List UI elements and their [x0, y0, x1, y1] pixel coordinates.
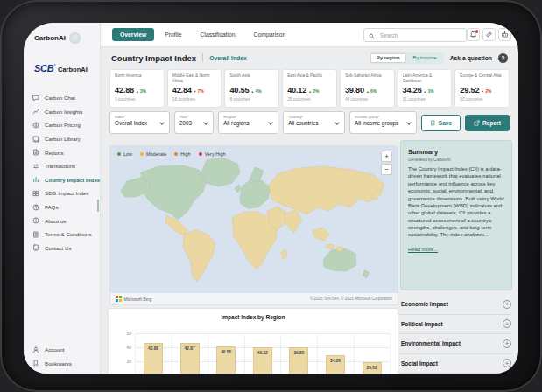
card-region-label: East Asia & Pacific — [287, 74, 332, 85]
main-area: OverviewProfileClassificationComparison … — [101, 23, 518, 374]
link-icon-button[interactable] — [482, 28, 496, 41]
transactions-icon — [32, 162, 40, 170]
bell-icon-button[interactable] — [467, 28, 480, 41]
chart-gridline-vertical — [280, 333, 281, 374]
search-icon — [369, 27, 375, 43]
insights-icon — [32, 108, 40, 116]
bookmarks-icon — [32, 360, 39, 367]
expand-plus-icon[interactable]: + — [503, 340, 511, 348]
chart-bar-value: 42.88 — [144, 346, 162, 351]
expand-plus-icon[interactable]: + — [503, 300, 511, 309]
chart-bar: 34.26 — [326, 355, 345, 374]
tablet-frame: CarbonAI SCB° CarbonAI Carbon ChatCarbon… — [0, 0, 542, 392]
chart-gridline — [135, 333, 391, 334]
card-europe-central-asia: Europe & Central Asia29.52▼ 2%50 countri… — [454, 69, 510, 108]
filter-label: Country* — [288, 115, 340, 119]
required-asterisk: * — [124, 115, 126, 119]
sidebar-item-country-impact-index[interactable]: Country Impact Index — [24, 173, 100, 187]
y-axis-tick: 40 — [116, 345, 131, 350]
tab-profile[interactable]: Profile — [157, 28, 189, 41]
export-icon — [474, 120, 480, 126]
sidebar-item-carbon-insights[interactable]: Carbon Insights — [24, 105, 100, 119]
sidebar-footer-bookmarks[interactable]: Bookmarks — [24, 356, 100, 370]
summary-body: The Country Impact Index (CII) is a data… — [408, 165, 504, 239]
world-map-panel[interactable]: LowModerateHighVery High + − — [109, 145, 398, 305]
chart-bar-value: 39.80 — [290, 351, 307, 355]
chart-plot: 50403042.8842.8740.5540.1239.8034.2629.5… — [109, 309, 398, 374]
sidebar-nav: Carbon ChatCarbon InsightsCarbon Pricing… — [24, 91, 100, 255]
search-input[interactable] — [378, 32, 461, 39]
required-asterisk: * — [187, 115, 189, 119]
sidebar-item-label: Carbon Library — [45, 136, 81, 142]
sdg-icon — [32, 190, 39, 197]
brand: CarbonAI — [34, 32, 81, 44]
accordion-label: Political Impact — [401, 321, 443, 327]
insights-icon — [32, 108, 39, 115]
sidebar-item-label: SDG Impact Index — [45, 190, 89, 196]
legend-dot — [117, 152, 121, 156]
sidebar-item-transactions[interactable]: Transactions — [24, 159, 100, 173]
read-more-link[interactable]: Read more... — [408, 247, 438, 252]
toggle-by-income[interactable]: By income — [407, 53, 443, 63]
card-latin-america-caribbean: Latin America & Caribbean34.26▲ 1%31 cou… — [398, 69, 453, 108]
microsoft-logo-square — [119, 299, 122, 302]
summary-title: Summary — [408, 148, 504, 156]
tab-classification[interactable]: Classification — [193, 28, 243, 41]
expand-plus-icon[interactable]: + — [503, 359, 511, 368]
sidebar-item-contact-us[interactable]: Contact Us — [24, 242, 100, 256]
help-question-icon[interactable]: ? — [498, 53, 508, 63]
required-asterisk: * — [378, 115, 380, 119]
sidebar-item-reports[interactable]: Reports — [24, 145, 100, 159]
impact-index-icon — [32, 176, 39, 183]
sidebar-item-carbon-pricing[interactable]: Carbon Pricing — [24, 118, 100, 132]
filter-index[interactable]: Index*Overall Index — [109, 111, 170, 134]
filter-income-group[interactable]: Income group*All income groups — [349, 111, 417, 134]
world-map — [110, 146, 398, 295]
toggle-by-region[interactable]: By region — [370, 53, 406, 63]
filter-year[interactable]: Year*2003 — [174, 111, 214, 134]
tab-comparison[interactable]: Comparison — [246, 28, 294, 41]
chart-bar: 40.55 — [216, 346, 236, 374]
page-subtitle[interactable]: Overall Index — [209, 55, 247, 61]
tab-overview[interactable]: Overview — [112, 28, 154, 41]
chat-icon — [32, 94, 40, 102]
card-value: 42.88 — [115, 86, 134, 94]
card-value: 42.84 — [172, 86, 192, 94]
company-logo: SCB° CarbonAI — [34, 63, 88, 74]
filter-country[interactable]: Country*All countries — [283, 111, 345, 134]
sidebar-item-sdg-impact-index[interactable]: SDG Impact Index — [24, 186, 100, 200]
chart-gridline-vertical — [135, 333, 136, 374]
accordion-social-impact[interactable]: Social Impact+ — [400, 354, 512, 374]
save-button[interactable]: Save — [421, 115, 461, 131]
sidebar-item-carbon-library[interactable]: Carbon Library — [24, 132, 100, 146]
sidebar-item-faqs[interactable]: FAQs — [24, 200, 100, 214]
zoom-in-button[interactable]: + — [381, 150, 392, 162]
report-button[interactable]: Report — [465, 115, 510, 131]
accordion-environmental-impact[interactable]: Environmental Impact+ — [400, 334, 512, 354]
tab-bar: OverviewProfileClassificationComparison — [101, 23, 518, 47]
summary-generated-by: Generated by CarbonAI — [408, 158, 504, 162]
save-label: Save — [439, 120, 452, 126]
search-icon — [369, 33, 375, 39]
bot-icon-button[interactable] — [498, 28, 511, 41]
zoom-out-button[interactable]: − — [381, 164, 392, 175]
trend-up-icon: ▲ — [366, 90, 370, 94]
sidebar-item-carbon-chat[interactable]: Carbon Chat — [24, 91, 100, 105]
sidebar-scrollbar[interactable] — [97, 200, 99, 212]
card-value: 40.55 — [229, 86, 249, 94]
sidebar-item-terms-conditions[interactable]: Terms & Conditions — [24, 228, 100, 242]
accordion-economic-impact[interactable]: Economic Impact+ — [400, 295, 512, 315]
filter-region[interactable]: Region*All regions — [218, 111, 278, 134]
sidebar-footer-account[interactable]: Account — [24, 343, 100, 357]
impact-accordion: Economic Impact+Political Impact+Environ… — [400, 295, 512, 374]
reports-icon — [32, 149, 39, 156]
legend-dot — [199, 152, 202, 156]
accordion-political-impact[interactable]: Political Impact+ — [400, 315, 512, 335]
card-change: ▲ 4% — [250, 89, 261, 94]
sidebar-item-label: Carbon Chat — [45, 94, 75, 101]
expand-plus-icon[interactable]: + — [503, 319, 511, 328]
pricing-icon — [32, 121, 40, 129]
terms-icon — [32, 231, 39, 238]
sidebar-item-about-us[interactable]: About us — [24, 214, 100, 228]
contact-icon — [32, 244, 40, 252]
